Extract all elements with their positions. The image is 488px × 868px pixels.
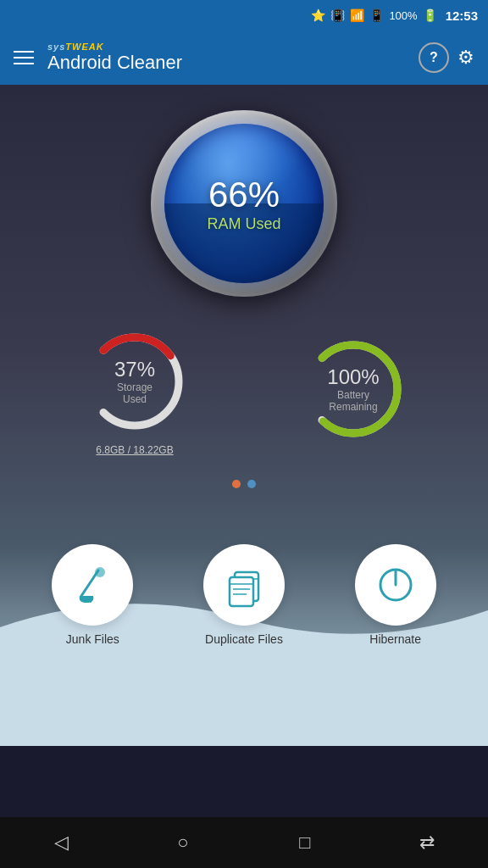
storage-percent: 37%	[114, 358, 155, 381]
storage-gauge[interactable]: 37% Storage Used	[75, 322, 194, 441]
pagination-dot-2[interactable]	[247, 480, 256, 488]
svg-line-7	[90, 597, 91, 603]
home-button[interactable]: ○	[158, 817, 208, 868]
files-icon	[221, 562, 267, 608]
app-bar-actions: ? ⚙	[419, 42, 474, 73]
battery-percent-gauge: 100%	[327, 365, 379, 389]
junk-files-circle	[52, 544, 133, 626]
battery-gauge-center: 100% Battery Remaining	[324, 365, 383, 414]
app-title-container: sysTWEAK Android Cleaner	[47, 42, 405, 74]
gauge-outer-ring: 66% RAM Used	[151, 110, 337, 297]
vibrate-icon: 📳	[330, 8, 345, 22]
svg-rect-10	[230, 577, 253, 606]
hibernate-button[interactable]: Hibernate	[355, 544, 436, 646]
wifi-icon: 📶	[350, 8, 364, 22]
junk-files-button[interactable]: Junk Files	[52, 544, 133, 646]
junk-files-label: Junk Files	[66, 632, 119, 646]
battery-icon: 🔋	[423, 8, 437, 22]
status-time: 12:53	[446, 8, 478, 23]
app-bar: sysTWEAK Android Cleaner ? ⚙	[0, 31, 488, 85]
recent-button[interactable]: □	[280, 817, 330, 868]
settings-button[interactable]: ⚙	[458, 47, 474, 69]
hibernate-circle	[355, 544, 436, 626]
storage-gauge-center: 37% Storage Used	[105, 358, 164, 406]
hibernate-label: Hibernate	[369, 632, 421, 646]
cast-button[interactable]: ⇄	[402, 817, 452, 868]
back-button[interactable]: ◁	[36, 817, 86, 868]
ram-percent: 66%	[208, 175, 280, 215]
ram-gauge[interactable]: 66% RAM Used	[151, 110, 337, 297]
battery-gauge-wrap: 100% Battery Remaining	[294, 330, 413, 448]
battery-percent: 100%	[389, 9, 417, 22]
help-button[interactable]: ?	[419, 42, 449, 73]
storage-gauge-wrap: 37% Storage Used 6.8GB / 18.22GB	[75, 322, 194, 456]
duplicate-files-label: Duplicate Files	[205, 632, 283, 646]
broom-icon	[71, 564, 114, 606]
ram-label: RAM Used	[207, 215, 280, 233]
gauge-inner: 66% RAM Used	[164, 124, 324, 283]
nav-bar: ◁ ○ □ ⇄	[0, 817, 488, 868]
app-brand: sysTWEAK	[47, 42, 405, 52]
menu-button[interactable]	[14, 51, 34, 64]
app-title: Android Cleaner	[47, 52, 405, 74]
svg-point-8	[95, 567, 105, 577]
power-icon	[374, 563, 418, 607]
main-content: 66% RAM Used 37% Storage Used 6.8GB / 1	[0, 85, 488, 746]
buttons-row: Junk Files Duplicate Files	[0, 544, 488, 646]
duplicate-files-circle	[203, 544, 285, 626]
duplicate-files-button[interactable]: Duplicate Files	[203, 544, 285, 646]
storage-label: Storage Used	[105, 381, 164, 406]
status-bar: ⭐ 📳 📶 📱 100% 🔋 12:53	[0, 0, 488, 31]
pagination	[232, 480, 256, 488]
bluetooth-icon: ⭐	[311, 8, 325, 22]
sim-icon: 📱	[369, 8, 384, 22]
pagination-dot-1[interactable]	[232, 480, 241, 488]
small-gauges: 37% Storage Used 6.8GB / 18.22GB 100% Ba…	[0, 305, 488, 473]
battery-label: Battery Remaining	[324, 389, 383, 414]
battery-gauge[interactable]: 100% Battery Remaining	[294, 330, 413, 448]
